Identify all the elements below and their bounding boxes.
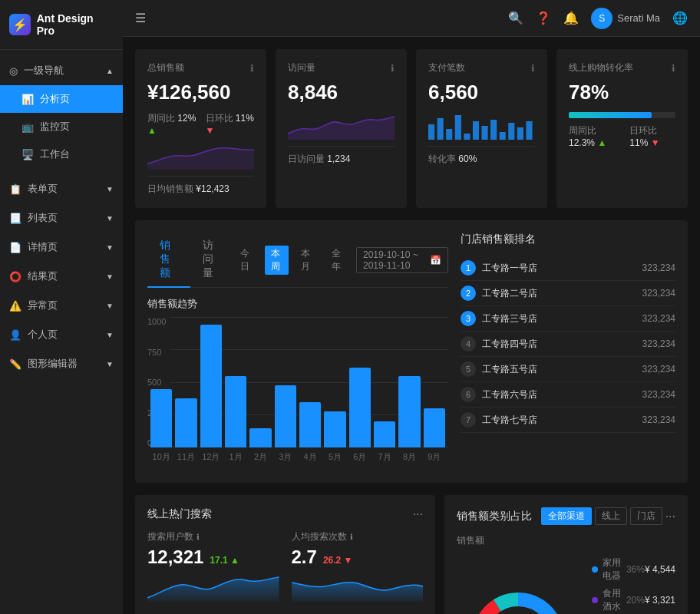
metric-card-2: 支付笔数 ℹ 6,560 转化率 60% — [416, 49, 547, 208]
donut-segment — [518, 593, 564, 614]
store-value: 323,234 — [642, 414, 675, 425]
sidebar-item-label-workbench: 工作台 — [40, 147, 70, 161]
sidebar-item-label-monitor: 监控页 — [40, 120, 70, 134]
donut-section: 销售额 ¥ 123,224 家用电器 36% ¥ 4,544 食用酒水 20% … — [457, 556, 675, 614]
store-rank-list: 1 工专路一号店 323,234 2 工专路二号店 323,234 3 工专路三… — [461, 256, 675, 433]
sidebar: ⚡ Ant Design Pro ◎ 一级导航 ▲ 📊 分析页 📺 监控页 🖥️… — [0, 0, 123, 614]
store-rank-item: 3 工专路三号店 323,234 — [461, 306, 675, 332]
mini-chart-2 — [428, 112, 535, 140]
bar — [398, 376, 420, 447]
sidebar-group-异常页[interactable]: ⚠️异常页▼ — [0, 291, 123, 320]
help-icon[interactable]: ❓ — [536, 11, 551, 25]
chevron-icon: ▼ — [106, 243, 114, 252]
cat-btn-1[interactable]: 线上 — [595, 507, 627, 525]
sidebar-group-结果页[interactable]: ⭕结果页▼ — [0, 262, 123, 291]
info-icon-3[interactable]: ℹ — [672, 63, 675, 74]
bar-label: 6月 — [349, 451, 371, 463]
chart-left: 销售额 访问量 今日 本周 本月 全年 2019-10-10 ~ 2019-11… — [147, 233, 448, 470]
sidebar-group-表单页[interactable]: 📋表单页▼ — [0, 174, 123, 203]
chevron-icon: ▼ — [106, 185, 114, 193]
chevron-icon: ▼ — [106, 302, 114, 310]
date-btn-week[interactable]: 本周 — [265, 246, 289, 275]
sidebar-group-列表页[interactable]: 📃列表页▼ — [0, 203, 123, 233]
hot-stats: 搜索用户数 ℹ 12,321 17.1 ▲ — [147, 530, 423, 602]
sidebar-item-workbench[interactable]: 🖥️ 工作台 — [0, 140, 123, 168]
user-menu[interactable]: S Serati Ma — [591, 8, 660, 29]
search-icon[interactable]: 🔍 — [508, 11, 523, 25]
chart-title: 销售额趋势 — [147, 297, 448, 311]
menu-icon[interactable]: ☰ — [135, 11, 146, 25]
bar — [324, 411, 345, 447]
rank-number: 2 — [461, 286, 476, 301]
store-name: 工专路二号店 — [482, 287, 636, 300]
chevron-icon: ▼ — [106, 360, 114, 368]
stat1-change: 17.1 ▲ — [210, 555, 239, 566]
cat-btn-0[interactable]: 全部渠道 — [541, 507, 592, 525]
store-rank-item: 1 工专路一号店 323,234 — [461, 256, 675, 281]
globe-icon[interactable]: 🌐 — [672, 11, 688, 25]
monitor-icon: 📺 — [21, 121, 34, 133]
date-btn-today[interactable]: 今日 — [234, 246, 259, 275]
content: 总销售额 ℹ ¥126,560 周同比 12% ▲ 日环比 11% ▼ 日均销售… — [123, 37, 700, 614]
avatar: S — [591, 8, 612, 29]
svg-rect-10 — [517, 127, 523, 140]
date-btn-month[interactable]: 本月 — [295, 246, 319, 275]
bar-label: 9月 — [424, 451, 445, 463]
store-rank-title: 门店销售额排名 — [461, 233, 675, 246]
bar — [374, 421, 395, 447]
store-name: 工专路七号店 — [482, 414, 636, 427]
metric-value-1: 8,846 — [288, 81, 395, 104]
nav-section-label: 一级导航 — [24, 64, 64, 78]
sidebar-group-详情页[interactable]: 📄详情页▼ — [0, 233, 123, 262]
metric-title-2: 支付笔数 — [428, 61, 465, 74]
bar-label: 7月 — [374, 451, 395, 463]
legend-name-text: 家用电器 — [603, 556, 623, 583]
donut-chart: 销售额 ¥ 123,224 — [457, 577, 579, 614]
metric-title-1: 访问量 — [288, 61, 315, 74]
hot-mini-chart-2 — [292, 571, 424, 602]
metric-value-0: ¥126,560 — [147, 81, 254, 104]
sidebar-logo: ⚡ Ant Design Pro — [0, 0, 123, 50]
stat2-value: 2.7 — [292, 546, 317, 568]
sidebar-section-nav[interactable]: ◎ 一级导航 ▲ — [0, 56, 123, 85]
bar — [424, 408, 445, 447]
stat2-change: 26.2 ▼ — [323, 555, 353, 566]
date-range-picker[interactable]: 2019-10-10 ~ 2019-11-10 📅 — [356, 247, 448, 273]
bar — [225, 376, 246, 447]
tab-sales[interactable]: 销售额 — [147, 233, 190, 288]
bar — [275, 385, 296, 447]
store-value: 323,234 — [642, 313, 675, 324]
svg-rect-8 — [500, 132, 506, 140]
stat2-label: 人均搜索次数 — [292, 530, 347, 543]
sidebar-item-analysis[interactable]: 📊 分析页 — [0, 85, 123, 113]
info-icon-2[interactable]: ℹ — [531, 63, 535, 74]
store-value: 323,234 — [642, 288, 675, 299]
svg-rect-11 — [526, 121, 532, 140]
legend-value: ¥ 3,321 — [645, 595, 675, 606]
sidebar-group-图形编辑器[interactable]: ✏️图形编辑器▼ — [0, 349, 123, 378]
more-icon-hot[interactable]: ··· — [413, 507, 423, 521]
info-icon-2: ℹ — [350, 533, 353, 541]
metric-card-3: 线上购物转化率 ℹ 78% 周同比 12.3% ▲ 日环比 11% ▼ — [556, 49, 688, 208]
donut-legend: 家用电器 36% ¥ 4,544 食用酒水 20% ¥ 3,321 个护健康 1… — [592, 556, 675, 614]
sidebar-item-monitor[interactable]: 📺 监控页 — [0, 113, 123, 140]
date-btn-year[interactable]: 全年 — [325, 246, 350, 275]
store-name: 工专路三号店 — [482, 312, 636, 325]
tab-visits[interactable]: 访问量 — [190, 233, 233, 288]
chevron-icon: ▼ — [106, 331, 114, 339]
sidebar-group-个人页[interactable]: 👤个人页▼ — [0, 320, 123, 349]
info-icon-0[interactable]: ℹ — [250, 63, 254, 74]
date-controls: 今日 本周 本月 全年 2019-10-10 ~ 2019-11-10 📅 — [234, 246, 448, 275]
bell-icon[interactable]: 🔔 — [563, 11, 579, 25]
legend-value: ¥ 4,544 — [645, 564, 675, 575]
bar-chart: 10007505002500 10月11月12月1月2月3月4月5月6月7月8月… — [147, 317, 448, 470]
bar-label: 8月 — [398, 451, 420, 463]
hot-stat-users: 搜索用户数 ℹ 12,321 17.1 ▲ — [147, 530, 279, 602]
store-value: 323,234 — [642, 364, 675, 375]
more-icon-cat[interactable]: ··· — [665, 510, 675, 523]
svg-rect-5 — [473, 121, 479, 140]
store-name: 工专路一号店 — [482, 262, 636, 275]
info-icon-1[interactable]: ℹ — [391, 63, 395, 74]
cat-btn-2[interactable]: 门店 — [630, 507, 662, 525]
chart-sublabel: 销售额 — [457, 534, 675, 547]
